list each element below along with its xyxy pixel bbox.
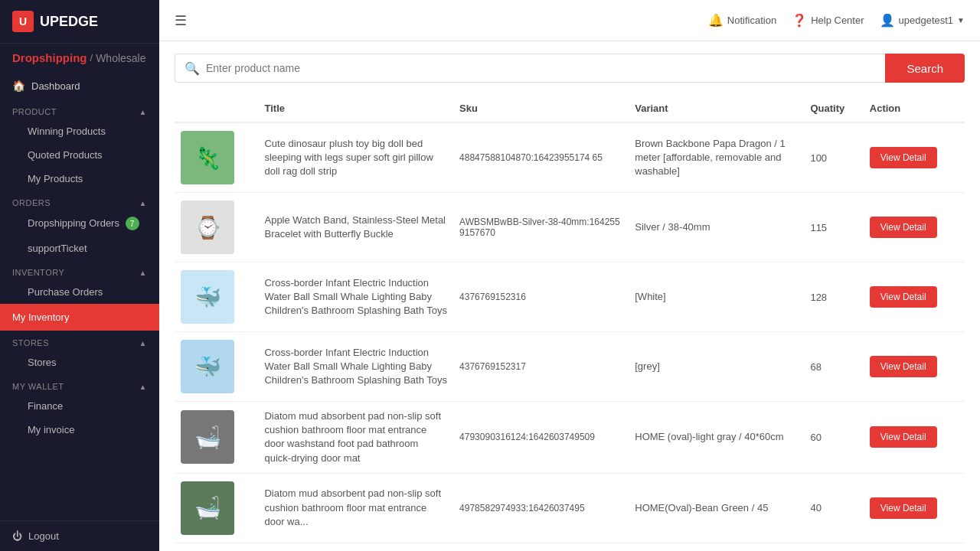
- help-icon: ❓: [792, 13, 807, 28]
- view-detail-button[interactable]: View Detail: [870, 497, 937, 519]
- sidebar-section-wallet: MY WALLET ▲: [0, 374, 159, 394]
- col-sku: Sku: [453, 95, 629, 122]
- search-input-wrap: 🔍: [175, 54, 885, 83]
- sidebar-section-product: PRODUCT ▲: [0, 99, 159, 119]
- notification-button[interactable]: 🔔 Notification: [708, 13, 776, 28]
- cell-action: View Detail: [864, 122, 965, 193]
- table-row: 🛁 Diatom mud absorbent pad non-slip soft…: [175, 473, 965, 543]
- view-detail-button[interactable]: View Detail: [870, 426, 937, 448]
- sidebar-logo: U UPEDGE: [0, 0, 159, 44]
- cell-variant: HOME (oval)-light gray / 40*60cm: [629, 402, 804, 474]
- user-icon: 👤: [880, 13, 895, 28]
- main-area: ☰ 🔔 Notification ❓ Help Center 👤 upedget…: [159, 0, 980, 551]
- orders-badge: 7: [126, 217, 139, 230]
- cell-title: Diatom mud absorbent pad non-slip soft c…: [258, 402, 453, 474]
- cell-quantity: 40: [804, 473, 863, 543]
- cell-title: Diatom mud absorbent pad non-slip soft c…: [258, 473, 453, 543]
- table-row: ⌚ Apple Watch Band, Stainless-Steel Meta…: [175, 193, 965, 262]
- main-content: 🔍 Search Title Sku Variant Quatity Actio…: [159, 41, 980, 551]
- view-detail-button[interactable]: View Detail: [870, 356, 937, 377]
- search-button[interactable]: Search: [885, 54, 965, 83]
- help-center-label: Help Center: [811, 15, 864, 26]
- cell-product: ⌚: [175, 193, 258, 262]
- cell-quantity: 115: [804, 193, 863, 262]
- cell-sku: 4376769152316: [453, 262, 629, 332]
- sidebar-section-stores: STORES ▲: [0, 331, 159, 350]
- sidebar-item-finance[interactable]: Finance: [0, 394, 159, 418]
- cell-variant: Silver / 38-40mm: [629, 193, 804, 262]
- view-detail-button[interactable]: View Detail: [870, 147, 937, 168]
- product-image: 🛁: [181, 410, 234, 464]
- product-table-wrap: Title Sku Variant Quatity Action 🦎 Cute …: [175, 95, 965, 543]
- product-image: ⌚: [181, 201, 234, 254]
- product-chevron: ▲: [139, 108, 147, 116]
- col-product: [175, 95, 258, 122]
- search-input[interactable]: [200, 54, 876, 82]
- mode-wholesale[interactable]: Wholesale: [96, 52, 145, 64]
- cell-product: 🦎: [175, 122, 258, 193]
- help-center-button[interactable]: ❓ Help Center: [792, 13, 864, 28]
- logo-text: UPEDGE: [40, 14, 98, 30]
- my-inventory-label: My Inventory: [12, 311, 69, 323]
- cell-product: 🛁: [175, 473, 258, 543]
- table-row: 🛁 Diatom mud absorbent pad non-slip soft…: [175, 402, 965, 474]
- sidebar-item-dropshipping-orders[interactable]: Dropshipping Orders 7: [0, 210, 159, 236]
- product-image: 🦎: [181, 131, 234, 184]
- product-image: 🐳: [181, 340, 234, 393]
- logo-icon: U: [12, 11, 34, 32]
- topbar-left: ☰: [175, 12, 187, 29]
- view-detail-button[interactable]: View Detail: [870, 217, 937, 238]
- cell-product: 🛁: [175, 402, 258, 474]
- user-menu[interactable]: 👤 upedgetest1 ▼: [880, 13, 965, 28]
- stores-chevron: ▲: [139, 339, 147, 347]
- col-variant: Variant: [629, 95, 804, 122]
- orders-chevron: ▲: [139, 199, 147, 207]
- mode-dropshipping[interactable]: Dropshipping: [12, 51, 87, 64]
- sidebar-item-winning-products[interactable]: Winning Products: [0, 119, 159, 143]
- cell-product: 🐳: [175, 262, 258, 332]
- cell-variant: Brown Backbone Papa Dragon / 1 meter [af…: [629, 122, 804, 193]
- cell-quantity: 128: [804, 262, 863, 332]
- sidebar-item-label: Dashboard: [31, 80, 80, 92]
- cell-quantity: 100: [804, 122, 863, 193]
- cell-title: Apple Watch Band, Stainless-Steel Metal …: [258, 193, 453, 262]
- cell-variant: [White]: [629, 262, 804, 332]
- sidebar-item-purchase-orders[interactable]: Purchase Orders: [0, 280, 159, 304]
- cell-action: View Detail: [864, 262, 965, 332]
- cell-quantity: 60: [804, 402, 863, 474]
- mode-separator: /: [90, 52, 93, 64]
- cell-sku: 4793090316124:1642603749509: [453, 402, 629, 474]
- sidebar-item-quoted-products[interactable]: Quoted Products: [0, 143, 159, 167]
- notification-label: Notification: [727, 15, 776, 26]
- sidebar-item-logout[interactable]: ⏻ Logout: [0, 520, 159, 551]
- sidebar-item-dashboard[interactable]: 🏠 Dashboard: [0, 72, 159, 99]
- sidebar-mode: Dropshipping / Wholesale: [0, 44, 159, 72]
- col-title: Title: [258, 95, 453, 122]
- cell-sku: AWBSMBwBB-Silver-38-40mm:1642559157670: [453, 193, 629, 262]
- sidebar-item-support-ticket[interactable]: supportTicket: [0, 236, 159, 260]
- logout-label: Logout: [28, 530, 59, 542]
- cell-variant: [grey]: [629, 332, 804, 402]
- sidebar-item-my-products[interactable]: My Products: [0, 167, 159, 191]
- topbar-right: 🔔 Notification ❓ Help Center 👤 upedgetes…: [708, 13, 965, 28]
- inventory-chevron: ▲: [139, 269, 147, 277]
- product-image: 🛁: [181, 481, 234, 535]
- cell-action: View Detail: [864, 193, 965, 262]
- col-quantity: Quatity: [804, 95, 863, 122]
- cell-variant: HOME(Oval)-Bean Green / 45: [629, 473, 804, 543]
- wallet-chevron: ▲: [139, 383, 147, 391]
- table-row: 🐳 Cross-border Infant Electric Induction…: [175, 262, 965, 332]
- cell-title: Cross-border Infant Electric Induction W…: [258, 262, 453, 332]
- sidebar-item-my-inventory[interactable]: My Inventory: [0, 304, 159, 331]
- cell-title: Cute dinosaur plush toy big doll bed sle…: [258, 122, 453, 193]
- table-header-row: Title Sku Variant Quatity Action: [175, 95, 965, 122]
- sidebar: U UPEDGE Dropshipping / Wholesale 🏠 Dash…: [0, 0, 159, 551]
- user-label: upedgetest1: [899, 15, 954, 26]
- sidebar-section-inventory: INVENTORY ▲: [0, 260, 159, 280]
- hamburger-icon[interactable]: ☰: [175, 12, 187, 29]
- sidebar-item-stores[interactable]: Stores: [0, 350, 159, 374]
- cell-sku: 48847588104870:16423955174 65: [453, 122, 629, 193]
- sidebar-item-my-invoice[interactable]: My invoice: [0, 418, 159, 442]
- view-detail-button[interactable]: View Detail: [870, 286, 937, 308]
- user-chevron-icon: ▼: [957, 16, 965, 24]
